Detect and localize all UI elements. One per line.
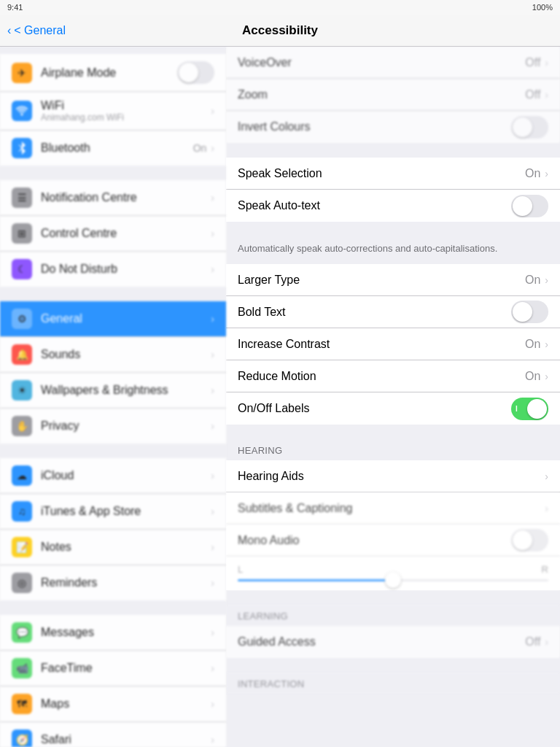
sidebar-item-notifications[interactable]: ☰ Notification Centre › [0,180,226,216]
bluetooth-icon [12,138,32,158]
sidebar-item-bluetooth[interactable]: Bluetooth On › [0,131,226,166]
guidedaccess-label: Guided Access [238,635,525,649]
boldtext-row[interactable]: Bold Text [226,296,560,328]
balance-slider-fill [238,579,393,581]
icloud-chevron-icon: › [211,470,214,481]
speakselection-chevron-icon: › [545,168,548,179]
speakautotext-toggle[interactable] [511,195,548,217]
monoaudio-row[interactable]: Mono Audio [226,525,560,557]
balance-slider-thumb[interactable] [385,572,401,588]
onofflabels-toggle[interactable]: I [511,398,548,420]
largertype-label: Larger Type [238,274,525,287]
wifi-icon [12,101,32,121]
sidebar-item-itunes[interactable]: ♫ iTunes & App Store › [0,494,226,530]
speakautotext-row[interactable]: Speak Auto-text [226,190,560,222]
sidebar-item-messages[interactable]: 💬 Messages › [0,615,226,651]
sidebar-label-notifications: Notification Centre [41,191,211,204]
nav-title: Accessibility [242,23,318,38]
sidebar-item-privacy[interactable]: ✋ Privacy › [0,409,226,444]
sidebar-label-wallpaper: Wallpapers & Brightness [41,384,211,397]
top-vision-section: VoiceOver Off › Zoom Off › Invert Colour… [226,47,560,143]
voiceover-label: VoiceOver [238,56,525,69]
boldtext-toggle[interactable] [511,301,548,323]
reminders-chevron-icon: › [211,577,214,589]
sidebar-label-bluetooth: Bluetooth [41,142,193,155]
invertcolours-row[interactable]: Invert Colours [226,111,560,143]
largertype-chevron-icon: › [545,274,548,286]
status-battery: 100% [532,3,553,12]
sidebar-item-sounds[interactable]: 🔔 Sounds › [0,337,226,373]
dnd-chevron-icon: › [211,263,214,275]
sidebar-item-maps[interactable]: 🗺 Maps › [0,686,226,722]
sidebar-item-airplane[interactable]: ✈ Airplane Mode [0,54,226,92]
slider-left-label: L [238,564,243,575]
sidebar-item-icloud[interactable]: ☁ iCloud › [0,458,226,494]
sidebar-label-icloud: iCloud [41,469,211,482]
invertcolours-toggle[interactable] [511,116,548,139]
zoom-label: Zoom [238,88,525,101]
itunes-icon: ♫ [12,501,32,522]
onofflabels-row[interactable]: On/Off Labels I [226,392,560,425]
sidebar-item-wifi[interactable]: WiFi Animahang.com WiFi › [0,92,226,131]
increasecontrast-row[interactable]: Increase Contrast On › [226,328,560,360]
status-time: 9:41 [7,3,23,12]
notes-icon: 📝 [12,537,32,557]
hearingaids-chevron-icon: › [545,471,548,482]
sidebar-item-reminders[interactable]: ◎ Reminders › [0,565,226,600]
nav-back-label[interactable]: < General [14,24,66,37]
zoom-chevron-icon: › [545,89,548,101]
reducemotion-row[interactable]: Reduce Motion On › [226,360,560,392]
voiceover-value: Off [525,56,540,69]
nav-back-button[interactable]: ‹ < General [7,24,66,37]
toggle-on-label: I [516,405,518,413]
subtitles-row[interactable]: Subtitles & Captioning › [226,492,560,525]
status-bar: 9:41 100% [0,0,560,15]
toggle-knob [513,196,532,216]
hearingaids-label: Hearing Aids [238,470,545,483]
sidebar-item-general[interactable]: ⚙ General › [0,301,226,337]
sidebar-item-dnd[interactable]: ☾ Do Not Disturb › [0,252,226,287]
monoaudio-toggle[interactable] [511,529,548,551]
sidebar-item-facetime[interactable]: 📹 FaceTime › [0,651,226,686]
slider-right-label: R [542,564,548,575]
toggle-knob [527,399,547,419]
speakselection-label: Speak Selection [238,167,525,180]
general-chevron-icon: › [211,313,214,325]
toggle-knob [513,117,532,137]
guidedaccess-row[interactable]: Guided Access Off › [226,626,560,658]
invertcolours-label: Invert Colours [238,120,511,133]
zoom-row[interactable]: Zoom Off › [226,79,560,111]
learning-section: Guided Access Off › [226,626,560,658]
sidebar-item-notes[interactable]: 📝 Notes › [0,530,226,565]
toggle-knob [513,530,532,550]
sidebar: ✈ Airplane Mode WiFi Animahang.com WiFi … [0,47,226,747]
hearing-section-header: HEARING [226,439,560,460]
sidebar-item-controlcenter[interactable]: ⊞ Control Centre › [0,216,226,252]
reducemotion-chevron-icon: › [545,371,548,382]
speakautotext-description: Automatically speak auto-corrections and… [226,236,560,264]
bluetooth-chevron-icon: › [211,142,214,154]
boldtext-label: Bold Text [238,306,511,319]
guidedaccess-value: Off [525,635,540,649]
hearingaids-row[interactable]: Hearing Aids › [226,460,560,492]
sidebar-item-wallpaper[interactable]: ☀ Wallpapers & Brightness › [0,373,226,409]
sidebar-label-messages: Messages [41,626,211,639]
largertype-value: On [525,274,540,287]
onofflabels-label: On/Off Labels [238,402,511,415]
sidebar-label-reminders: Reminders [41,576,211,589]
speakselection-row[interactable]: Speak Selection On › [226,158,560,190]
wallpaper-chevron-icon: › [211,384,214,396]
safari-chevron-icon: › [211,734,214,746]
largertype-row[interactable]: Larger Type On › [226,264,560,296]
reducemotion-label: Reduce Motion [238,370,525,383]
hearing-section: Hearing Aids › Subtitles & Captioning › … [226,460,560,590]
reducemotion-value: On [525,370,540,383]
bluetooth-value: On [193,142,207,154]
wallpaper-icon: ☀ [12,380,32,400]
voiceover-row[interactable]: VoiceOver Off › [226,47,560,79]
sidebar-label-facetime: FaceTime [41,662,211,675]
safari-icon: 🧭 [12,729,32,747]
sidebar-item-safari[interactable]: 🧭 Safari › [0,722,226,747]
balance-slider-track[interactable] [238,579,548,581]
airplane-toggle[interactable] [177,61,214,84]
